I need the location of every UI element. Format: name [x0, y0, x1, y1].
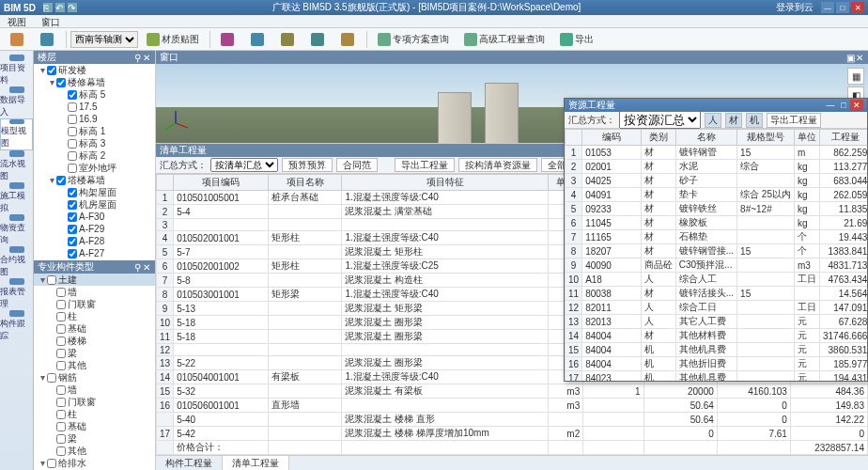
table-row[interactable]: 1684004机其他折旧费元185.9771185.98: [566, 357, 868, 371]
view-tool-icon[interactable]: ▦: [847, 68, 864, 85]
tree-node[interactable]: A-F27: [34, 247, 155, 259]
tool-measure-icon[interactable]: [244, 30, 272, 49]
tree-node[interactable]: 基础: [34, 322, 155, 335]
res-export-button[interactable]: 导出工程量: [767, 113, 821, 128]
col-header[interactable]: 单位: [795, 130, 820, 146]
tree-checkbox[interactable]: [68, 225, 77, 234]
tab-window[interactable]: 窗口: [34, 15, 68, 27]
nav-item[interactable]: 模型视图: [0, 118, 33, 150]
tree-node[interactable]: ▾楼修幕墙: [34, 76, 155, 88]
table-row[interactable]: 价格合计：2328857.14: [157, 441, 868, 455]
minimize-icon[interactable]: —: [821, 2, 834, 13]
close-icon[interactable]: ✕: [851, 2, 864, 13]
tree-node[interactable]: 机房屋面: [34, 198, 155, 211]
axis-select[interactable]: 西南等轴测: [70, 31, 138, 48]
advanced-query-button[interactable]: 高级工程量查询: [457, 30, 551, 49]
tree-checkbox[interactable]: [68, 90, 77, 100]
detail-res-button[interactable]: 按构清单资源量: [458, 158, 537, 172]
tree-checkbox[interactable]: [68, 115, 77, 124]
tree-checkbox[interactable]: [68, 212, 77, 222]
quick-access[interactable]: ⎘ ↶ ↷: [43, 3, 77, 12]
tree-checkbox[interactable]: [56, 337, 66, 346]
chip-material[interactable]: 材: [725, 113, 742, 128]
col-header[interactable]: [157, 175, 174, 191]
tree-node[interactable]: 标高 5: [34, 88, 155, 101]
minimize-icon[interactable]: —: [824, 100, 837, 111]
table-row[interactable]: 611045材橡胶板kg21.693.9886.33: [566, 216, 868, 230]
tree-checkbox[interactable]: [47, 66, 56, 75]
tree-checkbox[interactable]: [68, 188, 77, 197]
tree-checkbox[interactable]: [47, 275, 56, 285]
nav-item[interactable]: 项目资料: [0, 55, 33, 86]
tree-checkbox[interactable]: [56, 300, 66, 309]
tree-checkbox[interactable]: [56, 434, 66, 444]
tree-checkbox[interactable]: [68, 164, 77, 173]
tool-cut-icon[interactable]: [304, 30, 333, 49]
tree-node[interactable]: 梁: [34, 432, 155, 445]
spec-tree[interactable]: ▾土建墙门联窗柱基础楼梯梁其他▾钢筋墙门联窗柱基础梁其他▾给排水管道(水)阀门法…: [34, 274, 155, 470]
col-header[interactable]: [566, 130, 582, 146]
tree-checkbox[interactable]: [56, 398, 66, 407]
table-row[interactable]: 175-42泥浆混凝土 楼梯 梯厚度增加10mmm207.610: [157, 427, 868, 441]
tab-component-qty[interactable]: 构件工程量: [156, 456, 223, 470]
table-row[interactable]: 1484004材其他材料费元31746.666131746.65: [566, 329, 868, 343]
tree-node[interactable]: A-F28: [34, 235, 155, 247]
table-row[interactable]: 1584004机其他机具费元3860.53113860.53: [566, 343, 868, 357]
table-row[interactable]: 10A18人综合人工工日4763.43400: [566, 273, 868, 287]
table-row[interactable]: 1282011人综合工日工日147.09132.534784.88: [566, 301, 868, 315]
tree-node[interactable]: 门联窗: [34, 396, 155, 408]
tree-checkbox[interactable]: [68, 237, 77, 246]
table-row[interactable]: 1784023机其他机具费元194.4311194.431: [566, 371, 868, 382]
nav-item[interactable]: 合约视图: [0, 246, 33, 278]
table-row[interactable]: 509233材镀锌铁丝8#~12#kg11.8353.8545.56: [566, 202, 868, 216]
dock-fill-icon[interactable]: ▣: [845, 53, 855, 63]
resource-title-bar[interactable]: 资源工程量 — □ ✕: [565, 99, 867, 112]
tree-node[interactable]: 标高 1: [34, 125, 155, 137]
tree-node[interactable]: 门联窗: [34, 298, 155, 310]
special-query-button[interactable]: 专项方案查询: [371, 30, 456, 49]
nav-item[interactable]: 报表管理: [0, 278, 33, 310]
col-header[interactable]: 类别: [641, 130, 675, 146]
nav-item[interactable]: 流水视图: [0, 150, 33, 182]
col-header[interactable]: 项目名称: [269, 175, 342, 191]
table-row[interactable]: 101053材镀锌钢管15m862.2593.993440.41: [566, 146, 868, 160]
chip-labor[interactable]: 人: [705, 113, 721, 128]
tree-node[interactable]: 标高 2: [34, 149, 155, 162]
tree-node[interactable]: ▾塔楼幕墙: [34, 174, 155, 186]
close-panel-icon[interactable]: ✕: [142, 53, 151, 63]
table-row[interactable]: 304025材砂子kg683.0440.0427.32: [566, 174, 868, 188]
budget-button[interactable]: 预算预算: [282, 158, 333, 172]
tree-node[interactable]: 标高 3: [34, 137, 155, 149]
nav-item[interactable]: 施工模拟: [0, 182, 33, 214]
col-header[interactable]: 项目编码: [174, 175, 269, 191]
tree-checkbox[interactable]: [56, 288, 66, 297]
table-row[interactable]: 1180038材镀锌活接头...1514.5644806990.72: [566, 287, 868, 301]
pin-icon[interactable]: ⚲: [132, 262, 142, 273]
dock-close-icon[interactable]: ✕: [855, 53, 864, 63]
chip-machine[interactable]: 机: [746, 113, 763, 128]
tree-node[interactable]: 其他: [34, 359, 155, 371]
tree-node[interactable]: 楼梯: [34, 335, 155, 347]
summary-select[interactable]: 按清单汇总: [210, 158, 278, 172]
tree-checkbox[interactable]: [68, 127, 77, 136]
tree-node[interactable]: 墙: [34, 384, 155, 396]
col-header[interactable]: 工程量: [820, 130, 868, 146]
nav-item[interactable]: 构件跟踪: [0, 310, 33, 342]
tool-filter-icon[interactable]: [334, 30, 363, 49]
tree-checkbox[interactable]: [68, 102, 77, 112]
nav-item[interactable]: 物资查询: [0, 214, 33, 246]
tree-node[interactable]: 柱: [34, 310, 155, 322]
tree-node[interactable]: ▾土建: [34, 274, 155, 286]
close-icon[interactable]: ✕: [850, 100, 863, 111]
user-link[interactable]: 登录到云: [776, 1, 819, 14]
tree-node[interactable]: 构架屋面: [34, 186, 155, 198]
tree-node[interactable]: 基础: [34, 420, 155, 432]
nav-item[interactable]: 数据导入: [0, 86, 33, 118]
tree-checkbox[interactable]: [68, 151, 77, 161]
tool-pin-icon[interactable]: [214, 30, 242, 49]
tree-node[interactable]: 墙: [34, 286, 155, 298]
tree-checkbox[interactable]: [56, 422, 66, 431]
table-row[interactable]: 202001材水泥综合kg113.2770.3741.91: [566, 160, 868, 174]
floor-tree[interactable]: ▾研发楼▾楼修幕墙标高 517.516.9标高 1标高 3标高 2室外地坪▾塔楼…: [34, 64, 155, 260]
tree-checkbox[interactable]: [56, 446, 66, 456]
